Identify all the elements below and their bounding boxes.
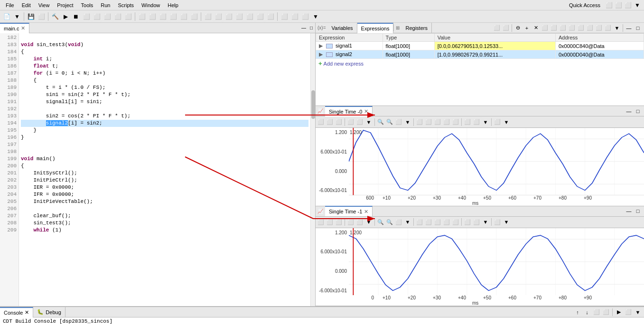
chart1-tab[interactable]: Single Time -0 ✕ — [325, 106, 373, 116]
ct2-btn7[interactable]: ⬜ — [394, 218, 403, 226]
vars-btn11[interactable]: ▼ — [613, 24, 621, 32]
ct1-btn18[interactable]: ▼ — [502, 118, 511, 126]
tb-btn-13[interactable]: ⬜ — [168, 12, 178, 21]
scrollbar-thumb[interactable] — [311, 90, 315, 119]
toolbar-extra-btn2[interactable]: ⬜ — [614, 0, 623, 10]
tab-variables[interactable]: Variables — [328, 23, 357, 33]
console-tab-close[interactable]: ✕ — [25, 309, 29, 316]
step-into-btn[interactable]: ⬜ — [214, 12, 223, 21]
ct2-btn16[interactable]: ▼ — [481, 218, 490, 226]
ct2-btn9[interactable]: ⬜ — [415, 218, 424, 226]
step-over-btn[interactable]: ⬜ — [203, 12, 213, 21]
tb-btn-20[interactable]: ⬜ — [266, 12, 275, 21]
vars-btn4[interactable]: ⬜ — [550, 24, 558, 32]
ct2-btn8[interactable]: ▼ — [403, 218, 412, 226]
ct1-btn16[interactable]: ▼ — [481, 118, 490, 126]
console-btn3[interactable]: ▶ — [615, 308, 623, 317]
chart2-close[interactable]: ✕ — [364, 209, 368, 215]
vars-btn3[interactable]: ⬜ — [541, 24, 549, 32]
ct1-zoom-out[interactable]: 🔍 — [385, 118, 394, 126]
vars-collapse-btn[interactable]: ⊖ — [513, 24, 522, 32]
editor-minimize-btn[interactable]: — — [300, 24, 308, 32]
chart2-tab[interactable]: Single Time -1 ✕ — [325, 206, 373, 216]
console-down-btn[interactable]: ↓ — [583, 308, 591, 317]
vars-add-btn[interactable]: + — [523, 24, 531, 32]
tb-btn-24[interactable]: ▼ — [311, 12, 320, 21]
ct2-btn10[interactable]: ⬜ — [424, 218, 433, 226]
console-btn1[interactable]: ⬜ — [592, 308, 601, 317]
menu-tools[interactable]: Tools — [77, 1, 97, 9]
ct2-btn6[interactable]: ▼ — [364, 218, 373, 226]
ct2-btn3[interactable]: ⬜ — [335, 218, 343, 226]
console-up-btn[interactable]: ↑ — [573, 308, 582, 317]
ct2-zoom-in[interactable]: 🔍 — [376, 218, 385, 226]
vars-row-0[interactable]: ▶ signal1 float[1000] [0.0,0.062790513,0… — [316, 42, 644, 50]
menu-project[interactable]: Project — [53, 1, 77, 9]
ct2-btn13[interactable]: ⬜ — [451, 218, 460, 226]
stop-btn[interactable]: ⏹ — [71, 12, 81, 21]
chart1-close[interactable]: ✕ — [364, 108, 368, 115]
chart2-minimize-btn[interactable]: — — [625, 207, 633, 215]
vars-btn7[interactable]: ⬜ — [577, 24, 585, 32]
editor-tab-close[interactable]: ✕ — [21, 25, 25, 31]
tb-btn-17[interactable]: ⬜ — [234, 12, 244, 21]
add-expression-row[interactable]: + Add new express — [316, 59, 644, 68]
vars-row-1[interactable]: ▶ signal2 float[1000] [1.0,0.998026729,0… — [316, 50, 644, 59]
tab-registers[interactable]: Registers — [401, 23, 431, 33]
menu-scripts[interactable]: Scripts — [114, 1, 138, 9]
ct2-btn2[interactable]: ⬜ — [326, 218, 334, 226]
menu-help[interactable]: Help — [164, 1, 182, 9]
new-file-btn[interactable]: 📄 — [2, 12, 11, 21]
vars-maximize-icon[interactable]: □ — [634, 24, 642, 32]
ct1-btn12[interactable]: ⬜ — [442, 118, 451, 126]
chart1-minimize-btn[interactable]: — — [625, 107, 633, 115]
tb-btn-21[interactable]: ⬜ — [280, 12, 289, 21]
debug-btn[interactable]: ▶ — [61, 12, 70, 21]
vars-btn8[interactable]: ⬜ — [586, 24, 594, 32]
tb-btn-18[interactable]: ⬜ — [245, 12, 254, 21]
tb-btn-22[interactable]: ⬜ — [290, 12, 299, 21]
tb-btn-14[interactable]: ⬜ — [179, 12, 188, 21]
expand-btn-1[interactable]: ▶ — [319, 51, 323, 57]
expand-btn-0[interactable]: ▶ — [319, 43, 323, 48]
tb-btn-11[interactable]: ⬜ — [148, 12, 157, 21]
ct1-btn6[interactable]: ▼ — [364, 118, 373, 126]
ct1-btn3[interactable]: ⬜ — [335, 118, 343, 126]
vars-btn10[interactable]: ⬜ — [604, 24, 612, 32]
tb-btn-19[interactable]: ⬜ — [255, 12, 265, 21]
vars-view-btn2[interactable]: ⬜ — [502, 24, 510, 32]
ct1-btn15[interactable]: ⬜ — [472, 118, 481, 126]
code-content[interactable]: void sin_test3(void){ int i; float t; fo… — [19, 33, 310, 306]
save-btn[interactable]: 💾 — [26, 12, 36, 21]
editor-maximize-btn[interactable]: □ — [308, 24, 315, 32]
console-btn5[interactable]: ▼ — [634, 308, 642, 317]
ct2-btn15[interactable]: ⬜ — [472, 218, 481, 226]
ct2-btn1[interactable]: ⬜ — [317, 218, 325, 226]
toolbar-extra-btn4[interactable]: ▼ — [633, 0, 642, 10]
menu-file[interactable]: File — [2, 1, 18, 9]
tb-btn-2[interactable]: ▼ — [12, 12, 22, 21]
ct1-btn10[interactable]: ⬜ — [424, 118, 433, 126]
ct2-btn18[interactable]: ▼ — [502, 218, 511, 226]
ct1-btn8[interactable]: ▼ — [403, 118, 412, 126]
tb-btn-5[interactable]: ⬜ — [82, 12, 91, 21]
ct2-zoom-out[interactable]: 🔍 — [385, 218, 394, 226]
editor-tab-main[interactable]: main.c ✕ — [0, 23, 29, 33]
ct1-btn1[interactable]: ⬜ — [317, 118, 325, 126]
toolbar-extra-btn1[interactable]: ⬜ — [604, 0, 614, 10]
ct2-btn12[interactable]: ⬜ — [442, 218, 451, 226]
tb-btn-16[interactable]: ⬜ — [224, 12, 233, 21]
menu-window[interactable]: Window — [138, 1, 164, 9]
toolbar-extra-btn3[interactable]: ⬜ — [623, 0, 633, 10]
vars-btn6[interactable]: ⬜ — [568, 24, 576, 32]
ct1-zoom-in[interactable]: 🔍 — [376, 118, 385, 126]
vars-minimize-icon[interactable]: — — [625, 24, 633, 32]
tab-console[interactable]: Console ✕ — [0, 307, 33, 317]
menu-edit[interactable]: Edit — [18, 1, 35, 9]
tb-btn-3[interactable]: ⬜ — [37, 12, 46, 21]
vars-btn9[interactable]: ⬜ — [595, 24, 603, 32]
ct1-btn4[interactable]: ⬜ — [346, 118, 355, 126]
build-btn[interactable]: 🔨 — [50, 12, 60, 21]
ct2-btn17[interactable]: ⬜ — [493, 218, 502, 226]
vars-btn5[interactable]: ⬜ — [559, 24, 567, 32]
